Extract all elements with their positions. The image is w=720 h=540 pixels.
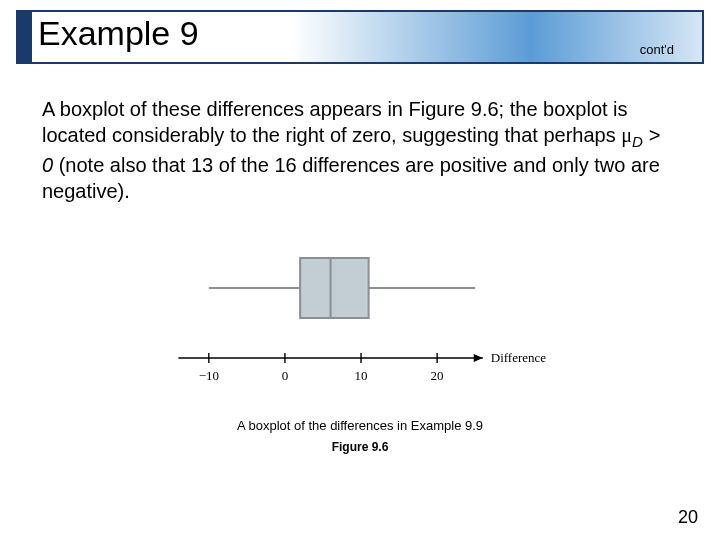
figure-number: Figure 9.6 [0, 440, 720, 454]
figure-caption: A boxplot of the differences in Example … [0, 418, 720, 433]
slide-title: Example 9 [38, 14, 199, 53]
body-text-a: A boxplot of these differences appears i… [42, 98, 628, 146]
svg-rect-2 [300, 258, 368, 318]
svg-text:0: 0 [282, 368, 289, 383]
svg-marker-5 [474, 354, 483, 362]
continued-label: cont'd [640, 42, 674, 57]
svg-text:10: 10 [355, 368, 368, 383]
mu-subscript: D [632, 133, 643, 150]
svg-text:−10: −10 [199, 368, 219, 383]
title-accent-bar [18, 12, 32, 62]
svg-text:20: 20 [431, 368, 444, 383]
body-text-b: (note also that 13 of the 16 differences… [42, 154, 660, 202]
body-paragraph: A boxplot of these differences appears i… [42, 96, 670, 204]
mu-symbol: μ [621, 124, 632, 146]
boxplot-figure: −1001020Difference [0, 240, 720, 410]
page-number: 20 [678, 507, 698, 528]
boxplot-svg: −1001020Difference [150, 240, 570, 400]
svg-text:Difference: Difference [491, 350, 547, 365]
